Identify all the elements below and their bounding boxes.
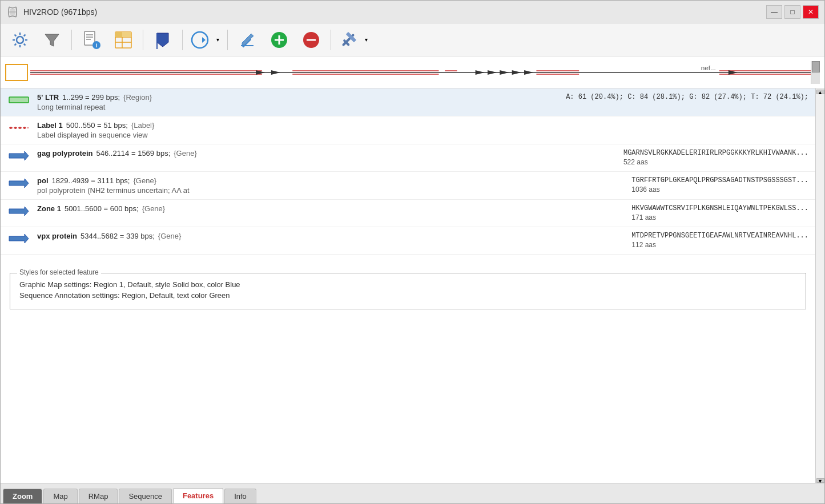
feature-row-pol[interactable]: pol 1829..4939 = 3111 bps; {Gene} pol po… — [1, 172, 815, 200]
export-button[interactable] — [187, 27, 212, 53]
seq-text-vpx: MTDPRETVPPGNSGEETIGEAFAWLNRTVEAINREAVNHL… — [631, 232, 808, 240]
feature-name-line-ltr: 5' LTR 1..299 = 299 bps; {Region} — [37, 93, 513, 102]
map-line: nef... — [30, 61, 811, 84]
svg-rect-23 — [115, 32, 122, 37]
table-button[interactable] — [108, 27, 138, 53]
feature-icon-pol — [7, 178, 30, 189]
settings-button[interactable] — [5, 27, 35, 53]
add-button[interactable] — [264, 27, 294, 53]
svg-marker-30 — [242, 34, 253, 45]
doc-info-button[interactable]: i — [77, 27, 106, 53]
tools-dropdown-button[interactable]: ▾ — [361, 27, 371, 53]
svg-marker-49 — [488, 70, 497, 75]
gene-arrow-icon-pol — [9, 178, 29, 189]
feature-nucleotides-text: A: 61 (20.4%); C: 84 (28.1%); G: 82 (27.… — [566, 93, 808, 101]
feature-name-line-vpx: vpx protein 5344..5682 = 339 bps; {Gene} — [37, 232, 579, 240]
edit-button[interactable] — [232, 27, 262, 53]
feature-name-label1: Label 1 — [37, 121, 63, 130]
styles-panel: Styles for selected feature Graphic Map … — [10, 273, 806, 309]
feature-icon-zone1 — [7, 205, 30, 217]
svg-line-8 — [15, 34, 17, 36]
feature-main-label1: Label 1 500..550 = 51 bps; {Label} Label… — [37, 121, 808, 139]
svg-marker-51 — [512, 70, 521, 75]
tab-rmap[interactable]: RMap — [79, 489, 118, 503]
feature-range-vpx: 5344..5682 = 339 bps; — [81, 232, 155, 240]
svg-marker-44 — [271, 70, 280, 75]
remove-button[interactable] — [296, 27, 326, 53]
svg-point-63 — [19, 127, 21, 129]
marker-button[interactable] — [148, 27, 178, 53]
content-scrollbar[interactable]: ▲ ▼ — [815, 88, 824, 483]
feature-row-vpx[interactable]: vpx protein 5344..5682 = 339 bps; {Gene}… — [1, 227, 815, 255]
export-dropdown-button[interactable]: ▾ — [212, 27, 223, 53]
feature-row-label1[interactable]: Label 1 500..550 = 51 bps; {Label} Label… — [1, 116, 815, 144]
svg-marker-48 — [476, 70, 485, 75]
marker-icon — [154, 31, 171, 49]
svg-rect-24 — [122, 32, 131, 37]
tab-bar: Zoom Map RMap Sequence Features Info — [1, 483, 824, 503]
feature-icon-gag — [7, 150, 30, 162]
maximize-button[interactable]: □ — [784, 5, 800, 19]
feature-icon-label1 — [7, 122, 30, 134]
title-bar: HIV2ROD (9671bps) — □ ✕ — [1, 1, 824, 23]
seq-count-gag: 522 aas — [623, 158, 808, 166]
genome-map-svg: nef... — [30, 61, 811, 84]
feature-main-pol: pol 1829..4939 = 3111 bps; {Gene} pol po… — [37, 176, 579, 195]
feature-main-ltr: 5' LTR 1..299 = 299 bps; {Region} Long t… — [37, 93, 513, 111]
spacer — [1, 255, 815, 266]
svg-marker-52 — [524, 70, 533, 75]
svg-marker-28 — [195, 37, 206, 43]
feature-icon-ltr — [7, 94, 30, 106]
separator-3 — [182, 30, 183, 50]
feature-range-label1: 500..550 = 51 bps; — [66, 121, 128, 130]
tab-info[interactable]: Info — [224, 489, 256, 503]
minimize-button[interactable]: — — [766, 5, 782, 19]
seq-text-zone1: HKVGWAWWTCSRVIFPLKGNSHLEIQAYWNLTPEKGWLSS… — [631, 204, 808, 212]
feature-range-gag: 546..2114 = 1569 bps; — [96, 149, 171, 158]
feature-row-zone1[interactable]: Zone 1 5001..5600 = 600 bps; {Gene} HKVG… — [1, 200, 815, 227]
tab-zoom[interactable]: Zoom — [3, 489, 42, 503]
feature-main-zone1: Zone 1 5001..5600 = 600 bps; {Gene} — [37, 204, 579, 213]
tools-button[interactable] — [336, 27, 361, 53]
feature-name-pol: pol — [37, 176, 49, 185]
export-icon — [190, 30, 210, 50]
separator-4 — [227, 30, 228, 50]
feature-row-ltr[interactable]: 5' LTR 1..299 = 299 bps; {Region} Long t… — [1, 88, 815, 116]
title-bar-left: HIV2ROD (9671bps) — [6, 6, 97, 18]
tab-map[interactable]: Map — [43, 489, 77, 503]
content-area: 5' LTR 1..299 = 299 bps; {Region} Long t… — [1, 88, 824, 483]
close-button[interactable]: ✕ — [803, 5, 819, 19]
seq-count-zone1: 171 aas — [631, 213, 808, 221]
feature-type-vpx: {Gene} — [158, 232, 182, 240]
svg-line-11 — [15, 43, 17, 45]
svg-point-61 — [10, 127, 12, 129]
feature-nucleotides-ltr: A: 61 (20.4%); C: 84 (28.1%); G: 82 (27.… — [566, 93, 808, 101]
feature-type-label1: {Label} — [131, 121, 155, 130]
gear-icon — [10, 30, 30, 50]
svg-point-64 — [23, 127, 26, 129]
seq-count-pol: 1036 aas — [631, 186, 808, 193]
gene-arrow-icon-vpx — [9, 233, 29, 244]
map-area: nef... — [1, 57, 824, 88]
table-icon — [113, 30, 134, 50]
filter-button[interactable] — [37, 27, 67, 53]
toolbar: i — [1, 23, 824, 57]
edit-icon — [239, 31, 256, 49]
map-scrollbar[interactable] — [811, 61, 820, 84]
svg-line-10 — [24, 34, 26, 36]
feature-icon-vpx — [7, 233, 30, 244]
svg-rect-59 — [9, 97, 29, 103]
feature-type-gag: {Gene} — [174, 149, 197, 158]
remove-icon — [301, 30, 321, 50]
selected-region-box[interactable] — [5, 64, 28, 81]
svg-marker-66 — [9, 179, 29, 188]
tab-features[interactable]: Features — [173, 488, 223, 503]
svg-marker-12 — [45, 34, 59, 46]
svg-marker-50 — [500, 70, 509, 75]
svg-line-9 — [24, 43, 26, 45]
seq-text-pol: TGRFFRTGPLGKEAPQLPRGPSSAGADTNSTPSGSSSGST… — [631, 176, 808, 184]
svg-text:nef...: nef... — [701, 64, 716, 71]
tab-sequence[interactable]: Sequence — [119, 489, 172, 503]
feature-type-ltr: {Region} — [123, 93, 152, 102]
feature-row-gag[interactable]: gag polyprotein 546..2114 = 1569 bps; {G… — [1, 144, 815, 172]
